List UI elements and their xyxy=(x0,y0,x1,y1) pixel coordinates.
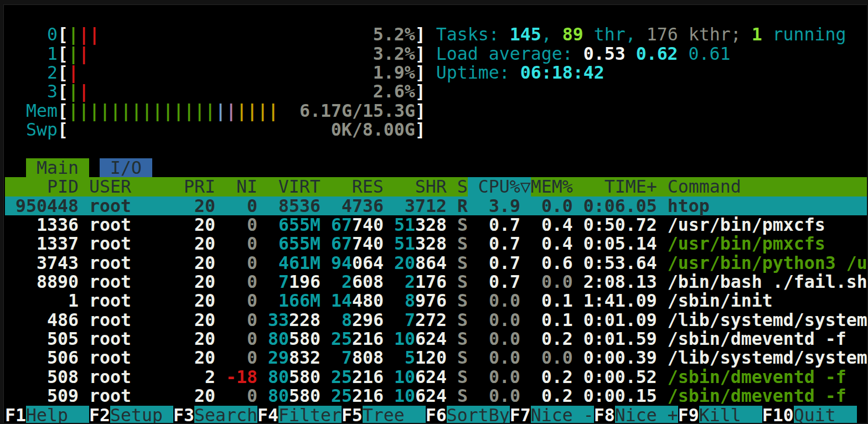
meter-open-bracket: [ xyxy=(58,44,68,63)
fn-label-quit[interactable]: Quit xyxy=(794,406,857,423)
cell-command: /usr/bin/pmxcfs xyxy=(668,234,825,253)
column-header-shr[interactable]: SHR xyxy=(394,177,447,196)
gap xyxy=(478,254,489,272)
fn-label-filter[interactable]: Filter xyxy=(278,406,342,423)
cell-time: 0:00.39 xyxy=(583,348,657,367)
fn-key-f7[interactable]: F7 xyxy=(510,406,531,423)
fn-key-f4[interactable]: F4 xyxy=(257,406,278,423)
gap xyxy=(657,215,668,234)
cell-virt: 580 xyxy=(289,368,321,386)
gap xyxy=(5,197,16,215)
fn-key-f5[interactable]: F5 xyxy=(342,406,363,423)
tasks-summary: running xyxy=(762,25,846,44)
table-row[interactable]: 506 root 20 0 29832 7808 5120 S 0.0 0.0 … xyxy=(5,348,867,367)
gap xyxy=(184,311,194,329)
table-row[interactable]: 1 root 20 0 166M 14480 8976 S 0.0 0.1 1:… xyxy=(5,291,867,310)
meter-open-bracket: [ xyxy=(58,63,68,82)
gap xyxy=(657,197,668,215)
column-header-res[interactable]: RES xyxy=(331,177,384,196)
cell-virt: 461M xyxy=(278,254,321,272)
gap xyxy=(531,272,541,291)
cell-mem: 0.2 xyxy=(541,368,573,386)
gap xyxy=(5,348,47,367)
gap xyxy=(5,254,37,272)
fn-label-kill[interactable]: Kill xyxy=(699,406,762,423)
tasks-summary: 89 xyxy=(562,25,583,44)
fn-key-f1[interactable]: F1 xyxy=(5,406,26,423)
gap xyxy=(257,348,268,367)
cell-mem: 0.2 xyxy=(541,329,573,348)
memory-meter: Mem[|||||||||||||||||||| 6.17G/15.3G] xyxy=(5,101,867,120)
table-row[interactable]: 8890 root 20 0 7196 2608 2176 S 0.7 0.0 … xyxy=(5,272,867,291)
fn-key-f3[interactable]: F3 xyxy=(173,406,194,423)
tab-io[interactable]: I/O xyxy=(100,158,152,177)
column-header-ni[interactable]: NI xyxy=(226,177,257,196)
table-row[interactable]: 486 root 20 0 33228 8296 7272 S 0.0 0.1 … xyxy=(5,311,867,329)
cell-user: root xyxy=(89,386,131,405)
memory-meter-bar: | xyxy=(142,101,152,120)
cell-user: root xyxy=(89,368,131,386)
table-row[interactable]: 508 root 2 -18 80580 25216 10624 S 0.0 0… xyxy=(5,368,867,386)
table-row-selected[interactable]: 950448 root 20 0 8536 4736 3712 R 3.9 0.… xyxy=(5,197,867,215)
cell-command: /sbin/dmeventd -f xyxy=(668,386,846,405)
cell-shr: 51 xyxy=(394,215,415,234)
gap xyxy=(226,329,247,348)
fn-label-setup[interactable]: Setup xyxy=(110,406,173,423)
gap xyxy=(478,329,489,348)
column-header-mem[interactable]: MEM% xyxy=(531,177,573,196)
tab-main[interactable]: Main xyxy=(26,158,89,177)
fn-label-help[interactable]: Help xyxy=(26,406,89,423)
cell-pri: 2 xyxy=(205,368,215,386)
column-header-command[interactable]: Command xyxy=(668,177,867,196)
cell-pri: 20 xyxy=(194,348,215,367)
fn-key-f9[interactable]: F9 xyxy=(678,406,699,423)
table-row[interactable]: 505 root 20 0 80580 25216 10624 S 0.0 0.… xyxy=(5,329,867,348)
fn-label-nice-[interactable]: Nice - xyxy=(531,406,594,423)
cell-res: 216 xyxy=(352,386,384,405)
memory-meter-bar: | xyxy=(184,101,194,120)
cpu2-meter-label: 2 xyxy=(5,63,58,82)
cpu1-meter-value: 3.2% xyxy=(373,44,415,63)
meter-fill xyxy=(68,120,331,139)
gap xyxy=(468,348,478,367)
gap xyxy=(384,348,394,367)
cell-res: 8 xyxy=(342,311,352,329)
gap xyxy=(184,329,194,348)
gap xyxy=(173,215,184,234)
gap xyxy=(268,215,278,234)
meter-close-bracket: ] xyxy=(415,82,426,101)
column-header-user[interactable]: USER xyxy=(89,177,173,196)
column-header-virt[interactable]: VIRT xyxy=(268,177,321,196)
gap xyxy=(573,272,583,291)
fn-label-sortby[interactable]: SortBy xyxy=(447,406,510,423)
cell-user: root xyxy=(89,329,131,348)
memory-meter-bar: | xyxy=(110,101,121,120)
fn-key-f8[interactable]: F8 xyxy=(594,406,615,423)
table-row[interactable]: 3743 root 20 0 461M 94064 20864 S 0.7 0.… xyxy=(5,254,867,272)
fn-key-f10[interactable]: F10 xyxy=(762,406,794,423)
gap xyxy=(447,348,457,367)
cell-shr: 8 xyxy=(405,291,415,310)
column-header-s[interactable]: S xyxy=(457,177,468,196)
fn-label-nice+[interactable]: Nice + xyxy=(615,406,678,423)
table-row[interactable]: 509 root 20 0 80580 25216 10624 S 0.0 0.… xyxy=(5,386,867,405)
gap xyxy=(478,272,489,291)
column-header-pri[interactable]: PRI xyxy=(184,177,215,196)
table-row[interactable]: 1336 root 20 0 655M 67740 51328 S 0.7 0.… xyxy=(5,215,867,234)
fn-key-f2[interactable]: F2 xyxy=(89,406,110,423)
fn-key-f6[interactable]: F6 xyxy=(426,406,447,423)
gap xyxy=(184,272,194,291)
column-header-pid[interactable]: PID xyxy=(5,177,79,196)
table-row[interactable]: 1337 root 20 0 655M 67740 51328 S 0.7 0.… xyxy=(5,234,867,253)
cell-mem: 0.1 xyxy=(541,291,573,310)
column-header-cpu-sorted[interactable]: CPU%▽ xyxy=(468,177,531,196)
gap xyxy=(520,311,531,329)
gap xyxy=(226,311,247,329)
cell-command: /sbin/dmeventd -f xyxy=(668,329,846,348)
meter-fill xyxy=(100,25,373,44)
gap xyxy=(257,386,268,405)
fn-label-tree[interactable]: Tree xyxy=(363,406,426,423)
cell-res: 064 xyxy=(352,254,384,272)
column-header-time[interactable]: TIME+ xyxy=(583,177,657,196)
fn-label-search[interactable]: Search xyxy=(194,406,257,423)
